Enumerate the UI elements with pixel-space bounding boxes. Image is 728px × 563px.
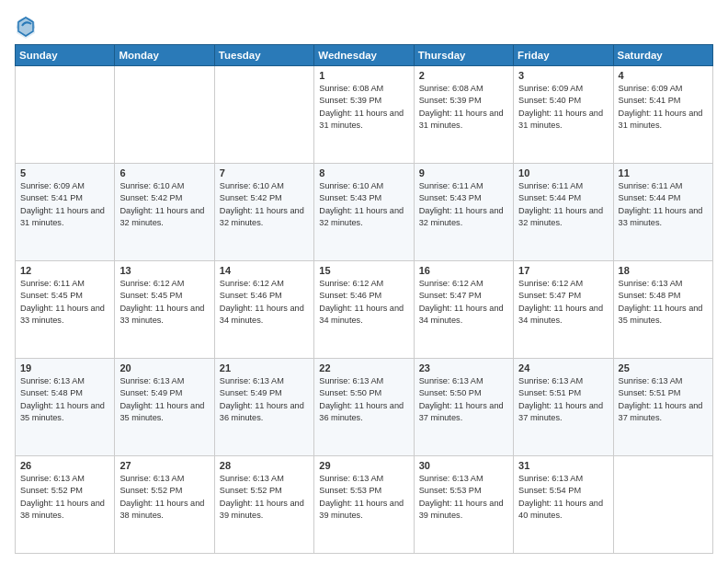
day-number: 27 [119, 460, 209, 471]
daylight-text: Daylight: 11 hours and 33 minutes. [619, 205, 708, 230]
calendar-cell: 12Sunrise: 6:11 AMSunset: 5:45 PMDayligh… [16, 261, 115, 359]
sunrise-text: Sunrise: 6:13 AM [319, 375, 408, 387]
day-info: Sunrise: 6:08 AMSunset: 5:39 PMDaylight:… [319, 83, 408, 132]
col-tuesday: Tuesday [214, 45, 313, 66]
sunset-text: Sunset: 5:43 PM [319, 192, 408, 204]
day-number: 14 [220, 265, 309, 276]
daylight-text: Daylight: 11 hours and 34 minutes. [419, 303, 508, 327]
day-number: 11 [619, 167, 708, 178]
calendar-cell: 16Sunrise: 6:12 AMSunset: 5:47 PMDayligh… [414, 261, 513, 359]
calendar-cell: 24Sunrise: 6:13 AMSunset: 5:51 PMDayligh… [514, 359, 613, 456]
daylight-text: Daylight: 11 hours and 34 minutes. [518, 303, 608, 327]
sunset-text: Sunset: 5:45 PM [20, 290, 109, 302]
day-info: Sunrise: 6:13 AMSunset: 5:50 PMDaylight:… [319, 375, 408, 424]
daylight-text: Daylight: 11 hours and 38 minutes. [20, 498, 109, 523]
daylight-text: Daylight: 11 hours and 31 minutes. [20, 205, 109, 230]
sunrise-text: Sunrise: 6:13 AM [518, 375, 608, 387]
header-row: Sunday Monday Tuesday Wednesday Thursday… [16, 45, 713, 66]
day-number: 1 [319, 70, 408, 81]
sunrise-text: Sunrise: 6:09 AM [20, 180, 109, 192]
day-info: Sunrise: 6:11 AMSunset: 5:45 PMDaylight:… [20, 278, 109, 327]
calendar-week-1: 1Sunrise: 6:08 AMSunset: 5:39 PMDaylight… [16, 66, 713, 164]
col-thursday: Thursday [414, 45, 513, 66]
calendar-cell: 23Sunrise: 6:13 AMSunset: 5:50 PMDayligh… [414, 359, 513, 456]
day-info: Sunrise: 6:12 AMSunset: 5:46 PMDaylight:… [220, 278, 309, 327]
day-info: Sunrise: 6:13 AMSunset: 5:48 PMDaylight:… [20, 375, 109, 424]
day-info: Sunrise: 6:12 AMSunset: 5:47 PMDaylight:… [518, 278, 608, 327]
day-number: 25 [619, 362, 708, 373]
calendar-cell: 18Sunrise: 6:13 AMSunset: 5:48 PMDayligh… [613, 261, 712, 359]
sunset-text: Sunset: 5:51 PM [518, 387, 608, 399]
daylight-text: Daylight: 11 hours and 31 minutes. [419, 108, 508, 132]
daylight-text: Daylight: 11 hours and 38 minutes. [119, 498, 209, 523]
day-number: 12 [20, 265, 109, 276]
calendar-week-4: 19Sunrise: 6:13 AMSunset: 5:48 PMDayligh… [16, 359, 713, 456]
day-info: Sunrise: 6:13 AMSunset: 5:51 PMDaylight:… [619, 375, 708, 424]
sunset-text: Sunset: 5:47 PM [518, 290, 608, 302]
daylight-text: Daylight: 11 hours and 32 minutes. [220, 205, 309, 230]
calendar-week-3: 12Sunrise: 6:11 AMSunset: 5:45 PMDayligh… [16, 261, 713, 359]
day-info: Sunrise: 6:10 AMSunset: 5:42 PMDaylight:… [119, 180, 209, 229]
sunrise-text: Sunrise: 6:08 AM [319, 83, 408, 95]
daylight-text: Daylight: 11 hours and 34 minutes. [319, 303, 408, 327]
daylight-text: Daylight: 11 hours and 40 minutes. [518, 498, 608, 523]
sunrise-text: Sunrise: 6:10 AM [220, 180, 309, 192]
calendar-cell: 1Sunrise: 6:08 AMSunset: 5:39 PMDaylight… [314, 66, 414, 164]
calendar-cell: 10Sunrise: 6:11 AMSunset: 5:44 PMDayligh… [514, 164, 613, 261]
day-info: Sunrise: 6:08 AMSunset: 5:39 PMDaylight:… [419, 83, 508, 132]
day-number: 13 [119, 265, 209, 276]
day-info: Sunrise: 6:12 AMSunset: 5:45 PMDaylight:… [119, 278, 209, 327]
sunrise-text: Sunrise: 6:12 AM [119, 278, 209, 290]
logo [15, 15, 39, 40]
daylight-text: Daylight: 11 hours and 31 minutes. [319, 108, 408, 132]
sunset-text: Sunset: 5:41 PM [619, 95, 708, 107]
day-number: 10 [518, 167, 608, 178]
day-number: 23 [419, 362, 508, 373]
sunrise-text: Sunrise: 6:13 AM [419, 473, 508, 485]
sunset-text: Sunset: 5:49 PM [119, 387, 209, 399]
calendar-cell: 15Sunrise: 6:12 AMSunset: 5:46 PMDayligh… [314, 261, 414, 359]
sunset-text: Sunset: 5:39 PM [319, 95, 408, 107]
day-info: Sunrise: 6:13 AMSunset: 5:54 PMDaylight:… [518, 473, 608, 522]
sunrise-text: Sunrise: 6:13 AM [319, 473, 408, 485]
sunset-text: Sunset: 5:41 PM [20, 192, 109, 204]
day-number: 3 [518, 70, 608, 81]
day-number: 17 [518, 265, 608, 276]
day-number: 21 [220, 362, 309, 373]
day-number: 6 [119, 167, 209, 178]
day-number: 4 [619, 70, 708, 81]
sunrise-text: Sunrise: 6:10 AM [319, 180, 408, 192]
col-friday: Friday [514, 45, 613, 66]
calendar-cell: 22Sunrise: 6:13 AMSunset: 5:50 PMDayligh… [314, 359, 414, 456]
day-info: Sunrise: 6:13 AMSunset: 5:50 PMDaylight:… [419, 375, 508, 424]
day-info: Sunrise: 6:13 AMSunset: 5:48 PMDaylight:… [619, 278, 708, 327]
sunset-text: Sunset: 5:39 PM [419, 95, 508, 107]
sunrise-text: Sunrise: 6:13 AM [119, 375, 209, 387]
sunrise-text: Sunrise: 6:13 AM [220, 473, 309, 485]
day-number: 16 [419, 265, 508, 276]
day-info: Sunrise: 6:09 AMSunset: 5:41 PMDaylight:… [619, 83, 708, 132]
calendar-cell: 5Sunrise: 6:09 AMSunset: 5:41 PMDaylight… [16, 164, 115, 261]
calendar-cell: 8Sunrise: 6:10 AMSunset: 5:43 PMDaylight… [314, 164, 414, 261]
sunset-text: Sunset: 5:43 PM [419, 192, 508, 204]
header [15, 11, 713, 40]
day-number: 28 [220, 460, 309, 471]
daylight-text: Daylight: 11 hours and 39 minutes. [220, 498, 309, 523]
day-number: 22 [319, 362, 408, 373]
day-number: 24 [518, 362, 608, 373]
logo-icon [15, 15, 37, 40]
day-info: Sunrise: 6:12 AMSunset: 5:46 PMDaylight:… [319, 278, 408, 327]
day-info: Sunrise: 6:11 AMSunset: 5:44 PMDaylight:… [518, 180, 608, 229]
day-number: 18 [619, 265, 708, 276]
sunset-text: Sunset: 5:42 PM [119, 192, 209, 204]
calendar-cell [16, 66, 115, 164]
daylight-text: Daylight: 11 hours and 39 minutes. [419, 498, 508, 523]
sunset-text: Sunset: 5:49 PM [220, 387, 309, 399]
daylight-text: Daylight: 11 hours and 32 minutes. [518, 205, 608, 230]
sunrise-text: Sunrise: 6:13 AM [20, 473, 109, 485]
sunset-text: Sunset: 5:46 PM [220, 290, 309, 302]
day-info: Sunrise: 6:12 AMSunset: 5:47 PMDaylight:… [419, 278, 508, 327]
daylight-text: Daylight: 11 hours and 37 minutes. [419, 400, 508, 425]
sunset-text: Sunset: 5:53 PM [319, 485, 408, 497]
day-number: 5 [20, 167, 109, 178]
